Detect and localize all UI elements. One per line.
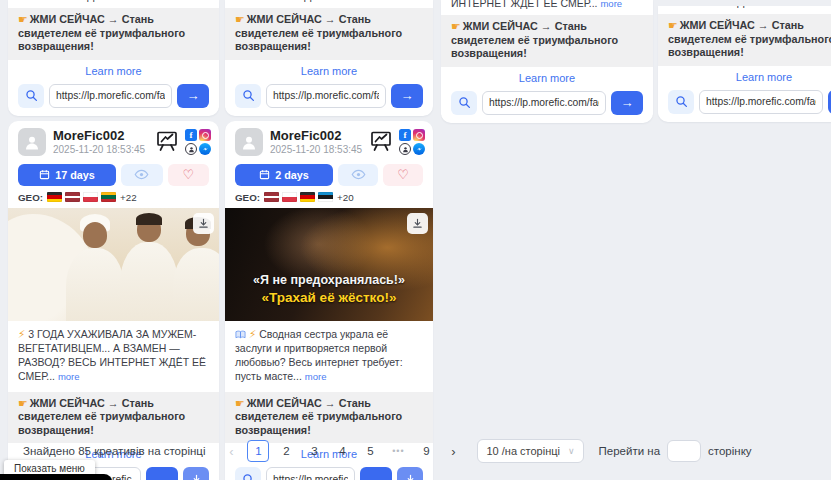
learn-more-link[interactable]: Learn more bbox=[658, 71, 831, 85]
messenger-icon bbox=[413, 143, 425, 155]
clipped-ad-text: ИНТЕРНЕТ ЖДЁТ ЕЁ СМЕР... more bbox=[441, 0, 653, 10]
instagram-icon bbox=[199, 129, 211, 141]
page-9-button[interactable]: 9 bbox=[415, 440, 437, 462]
preview-eye-button[interactable] bbox=[338, 164, 378, 186]
clipped-ad-text: ИНТЕРНЕТ ЖДЁТ ЕЁ СМЕР... more bbox=[225, 0, 433, 3]
url-row: → bbox=[451, 91, 643, 123]
facebook-icon: f bbox=[185, 129, 197, 141]
ad-image[interactable]: «Я не предохранялась!» «Трахай её жёстко… bbox=[225, 208, 433, 321]
ad-card-partial: ИНТЕРНЕТ ЖДЁТ ЕЁ СМЕР... more ☛ЖМИ СЕЙЧА… bbox=[441, 0, 653, 123]
landing-url-input[interactable] bbox=[266, 84, 386, 108]
next-page-button[interactable]: › bbox=[444, 444, 462, 459]
search-icon[interactable] bbox=[18, 84, 44, 108]
open-link-button[interactable]: → bbox=[360, 467, 392, 480]
ad-text: ⚡ 3 ГОДА УХАЖИВАЛА ЗА МУЖЕМ-ВЕГЕТАТИВЦЕМ… bbox=[8, 321, 219, 388]
ad-card-partial: ИНТЕРНЕТ ЖДЁТ ЕЁ СМЕР... more ☛ЖМИ СЕЙЧА… bbox=[8, 0, 219, 116]
download-image-button[interactable] bbox=[407, 213, 428, 234]
favorite-heart-button[interactable]: ♡ bbox=[383, 164, 423, 186]
flag-ee-icon bbox=[318, 192, 333, 202]
prev-page-button[interactable]: ‹ bbox=[222, 444, 240, 459]
goto-page-input[interactable] bbox=[667, 440, 701, 462]
menu-handle[interactable] bbox=[0, 474, 112, 480]
cta-bar: ☛ЖМИ СЕЙЧАС → Стань свидетелем её триумф… bbox=[225, 8, 433, 60]
more-link[interactable]: more bbox=[58, 371, 80, 382]
facebook-icon: f bbox=[399, 129, 411, 141]
ad-card-partial: ИНТЕРНЕТ ЖДЁТ ЕЁ СМЕР... more ☛ЖМИ СЕЙЧА… bbox=[658, 6, 831, 122]
audience-network-icon bbox=[399, 143, 411, 155]
more-link[interactable]: more bbox=[167, 0, 189, 2]
goto-page-suffix: сторінку bbox=[708, 445, 752, 457]
page-1-button[interactable]: 1 bbox=[247, 440, 269, 462]
download-image-button[interactable] bbox=[193, 213, 214, 234]
cta-bar: ☛ЖМИ СЕЙЧАС → Стань свидетелем её триумф… bbox=[658, 14, 831, 66]
landing-url-input[interactable] bbox=[699, 90, 823, 114]
landing-url-input[interactable] bbox=[49, 84, 172, 108]
geo-more-count[interactable]: +20 bbox=[337, 192, 354, 203]
advertiser-name[interactable]: MoreFic002 bbox=[270, 128, 369, 143]
geo-row: GEO: +20 bbox=[225, 186, 433, 208]
days-active-button[interactable]: 2 days bbox=[235, 164, 333, 186]
learn-more-link[interactable]: Learn more bbox=[441, 72, 653, 86]
learn-more-link[interactable]: Learn more bbox=[8, 65, 219, 79]
ad-card: MoreFic002 2025-11-20 18:53:45 f 2 days … bbox=[225, 121, 433, 480]
lightning-emoji: ⚡ bbox=[249, 328, 256, 340]
more-link[interactable]: more bbox=[817, 6, 831, 8]
url-row: → bbox=[235, 467, 423, 480]
avatar bbox=[235, 128, 263, 156]
url-row: → bbox=[18, 84, 209, 116]
image-overlay-text-1: «Я не предохранялась!» bbox=[225, 273, 433, 287]
geo-flags bbox=[47, 192, 116, 202]
presentation-chart-icon[interactable] bbox=[155, 129, 179, 157]
card-actions: 2 days ♡ bbox=[225, 162, 433, 186]
open-link-button[interactable]: → bbox=[611, 91, 643, 115]
geo-row: GEO: +22 bbox=[8, 186, 219, 208]
creative-column-1: ИНТЕРНЕТ ЖДЁТ ЕЁ СМЕР... more ☛ЖМИ СЕЙЧА… bbox=[8, 0, 219, 480]
url-row: → bbox=[668, 90, 831, 122]
flag-de-icon bbox=[300, 192, 315, 202]
pointing-hand-emoji: ☛ bbox=[18, 397, 28, 409]
creative-column-2: ИНТЕРНЕТ ЖДЁТ ЕЁ СМЕР... more ☛ЖМИ СЕЙЧА… bbox=[225, 0, 433, 480]
more-link[interactable]: more bbox=[305, 371, 327, 382]
more-link[interactable]: more bbox=[384, 0, 406, 2]
flag-lt-icon bbox=[101, 192, 116, 202]
open-link-button[interactable]: → bbox=[391, 84, 423, 108]
preview-eye-button[interactable] bbox=[121, 164, 163, 186]
page-5-button[interactable]: 5 bbox=[359, 440, 381, 462]
search-icon[interactable] bbox=[451, 91, 477, 115]
page-4-button[interactable]: 4 bbox=[331, 440, 353, 462]
page-3-button[interactable]: 3 bbox=[303, 440, 325, 462]
creative-date: 2025-11-20 18:53:45 bbox=[270, 143, 369, 156]
days-active-button[interactable]: 17 days bbox=[18, 164, 116, 186]
favorite-heart-button[interactable]: ♡ bbox=[168, 164, 210, 186]
page-2-button[interactable]: 2 bbox=[275, 440, 297, 462]
avatar bbox=[18, 128, 46, 156]
more-link[interactable]: more bbox=[600, 0, 622, 9]
geo-label: GEO: bbox=[235, 192, 260, 203]
learn-more-link[interactable]: Learn more bbox=[225, 65, 433, 79]
advertiser-name[interactable]: MoreFic002 bbox=[53, 128, 155, 143]
per-page-select[interactable]: 10 /на сторінці ∨ bbox=[477, 439, 583, 463]
download-button[interactable] bbox=[397, 467, 423, 480]
search-icon[interactable] bbox=[668, 90, 694, 114]
url-row: → bbox=[235, 84, 423, 116]
open-link-button[interactable]: → bbox=[177, 84, 209, 108]
search-icon[interactable] bbox=[235, 467, 261, 480]
landing-url-input[interactable] bbox=[266, 467, 355, 480]
flag-lv-icon bbox=[264, 192, 279, 202]
clipped-ad-text: ИНТЕРНЕТ ЖДЁТ ЕЁ СМЕР... more bbox=[8, 0, 219, 3]
geo-more-count[interactable]: +22 bbox=[120, 192, 137, 203]
results-count: Знайдено 85 креативів на сторінці bbox=[23, 445, 205, 457]
messenger-icon bbox=[199, 143, 211, 155]
ad-image[interactable] bbox=[8, 208, 219, 321]
landing-url-input[interactable] bbox=[482, 91, 606, 115]
card-header: MoreFic002 2025-11-20 18:53:45 f bbox=[8, 121, 219, 162]
search-icon[interactable] bbox=[235, 84, 261, 108]
geo-flags bbox=[264, 192, 333, 202]
creative-column-4: ИНТЕРНЕТ ЖДЁТ ЕЁ СМЕР... more ☛ЖМИ СЕЙЧА… bbox=[658, 0, 831, 122]
pointing-hand-emoji: ☛ bbox=[235, 13, 245, 25]
pointing-hand-emoji: ☛ bbox=[18, 13, 28, 25]
presentation-chart-icon[interactable] bbox=[369, 129, 393, 157]
ad-text: ⚡ Сводная сестра украла её заслуги и при… bbox=[225, 321, 433, 388]
download-button[interactable] bbox=[183, 467, 209, 480]
open-link-button[interactable]: → bbox=[146, 467, 178, 480]
